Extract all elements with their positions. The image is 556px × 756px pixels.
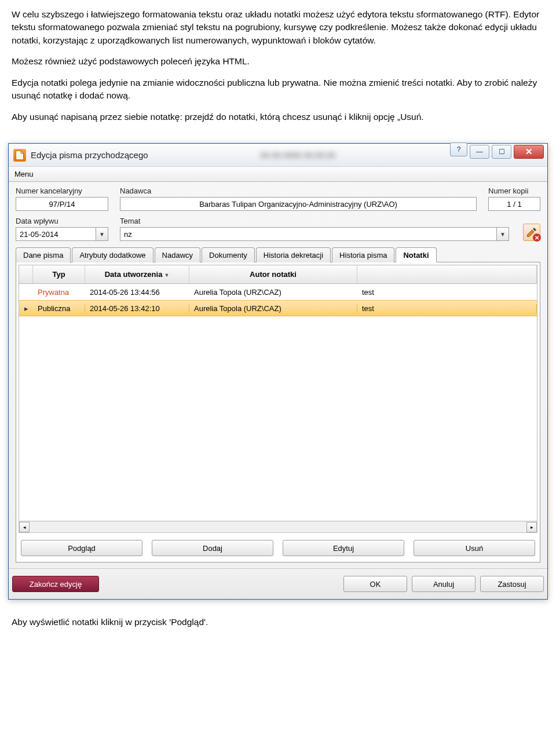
sort-desc-icon: ▼ — [164, 272, 169, 278]
cancel-button[interactable]: Anuluj — [412, 576, 475, 592]
tab-historia-pisma[interactable]: Historia pisma — [332, 247, 394, 262]
input-temat[interactable]: nz — [120, 227, 496, 241]
cell-date: 2014-05-26 13:44:56 — [85, 288, 189, 297]
input-numer-kopii[interactable]: 1 / 1 — [488, 197, 540, 211]
doc-paragraph: Aby usunąć napisaną przez siebie notatkę… — [12, 111, 544, 123]
col-data-utworzenia[interactable]: Data utworzenia▼ — [85, 265, 189, 283]
doc-paragraph: Aby wyświetlić notatki kliknij w przycis… — [12, 617, 544, 627]
label-numer-kancelaryjny: Numer kancelaryjny — [16, 187, 108, 195]
tabs: Dane pisma Atrybuty dodatkowe Nadawcy Do… — [16, 247, 540, 262]
add-button[interactable]: Dodaj — [152, 540, 273, 556]
doc-paragraph: Możesz również użyć podstawowych poleceń… — [12, 55, 544, 68]
table-row[interactable]: Prywatna 2014-05-26 13:44:56 Aurelia Top… — [19, 284, 537, 300]
edit-button[interactable]: Edytuj — [283, 540, 404, 556]
doc-paragraph: Edycja notatki polega jedynie na zmianie… — [12, 76, 544, 103]
notes-grid: Typ Data utworzenia▼ Autor notatki Prywa… — [19, 265, 537, 521]
menubar: Menu — [9, 167, 547, 182]
x-badge-icon: ✕ — [533, 233, 541, 242]
tab-atrybuty-dodatkowe[interactable]: Atrybuty dodatkowe — [72, 247, 153, 262]
scroll-left-button[interactable]: ◂ — [19, 522, 30, 532]
table-row[interactable]: ▸ Publiczna 2014-05-26 13:42:10 Aurelia … — [19, 300, 537, 316]
apply-button[interactable]: Zastosuj — [480, 576, 544, 592]
ok-button[interactable]: OK — [343, 576, 407, 592]
blurred-info: 00-00-0000 00:00:00 — [148, 151, 448, 160]
col-rest[interactable] — [357, 265, 537, 283]
cell-typ: Prywatna — [33, 288, 85, 297]
titlebar: Edycja pisma przychodzącego 00-00-0000 0… — [9, 144, 547, 167]
edit-discard-button[interactable]: ✕ — [523, 224, 540, 241]
tab-panel-notatki: Typ Data utworzenia▼ Autor notatki Prywa… — [16, 262, 540, 563]
app-icon — [13, 149, 26, 162]
doc-paragraph: W celu szybszego i łatwiejszego formatow… — [12, 8, 544, 47]
tab-notatki[interactable]: Notatki — [396, 247, 436, 262]
label-data-wplywu: Data wpływu — [16, 217, 108, 225]
menu-item-menu[interactable]: Menu — [9, 167, 39, 181]
date-dropdown-button[interactable]: ▼ — [96, 227, 108, 241]
label-numer-kopii: Numer kopii — [488, 187, 540, 195]
cell-date: 2014-05-26 13:42:10 — [85, 304, 189, 313]
minimize-button[interactable]: — — [470, 145, 489, 159]
tab-dane-pisma[interactable]: Dane pisma — [16, 247, 71, 262]
help-button[interactable]: ? — [450, 143, 467, 156]
preview-button[interactable]: Podgląd — [21, 540, 142, 556]
label-temat: Temat — [120, 217, 509, 225]
cell-rest: test — [357, 288, 537, 297]
tab-historia-dekretacji[interactable]: Historia dekretacji — [256, 247, 331, 262]
end-edit-button[interactable]: Zakończ edycję — [12, 576, 99, 592]
temat-dropdown-button[interactable]: ▼ — [496, 227, 509, 241]
cell-author: Aurelia Topola (URZ\CAZ) — [189, 304, 357, 313]
input-nadawca[interactable]: Barbaras Tulipan Organizacyjno-Administr… — [120, 197, 477, 211]
window-title: Edycja pisma przychodzącego — [31, 150, 148, 160]
tab-nadawcy[interactable]: Nadawcy — [155, 247, 200, 262]
dialog-footer: Zakończ edycję OK Anuluj Zastosuj — [9, 568, 547, 599]
label-nadawca: Nadawca — [120, 187, 477, 195]
scroll-right-button[interactable]: ▸ — [526, 522, 537, 532]
col-indicator[interactable] — [19, 265, 33, 283]
col-typ[interactable]: Typ — [33, 265, 85, 283]
horizontal-scrollbar[interactable]: ◂ ▸ — [19, 521, 537, 533]
edit-letter-window: Edycja pisma przychodzącego 00-00-0000 0… — [8, 143, 548, 600]
delete-button[interactable]: Usuń — [414, 540, 535, 556]
cell-rest: test — [357, 304, 537, 313]
cell-typ: Publiczna — [33, 304, 85, 313]
tab-dokumenty[interactable]: Dokumenty — [202, 247, 255, 262]
cell-author: Aurelia Topola (URZ\CAZ) — [189, 288, 357, 297]
close-button[interactable]: ✕ — [514, 145, 544, 159]
maximize-button[interactable]: ☐ — [492, 145, 511, 159]
col-autor-notatki[interactable]: Autor notatki — [189, 265, 357, 283]
input-data-wplywu[interactable]: 21-05-2014 — [16, 227, 96, 241]
input-numer-kancelaryjny[interactable]: 97/P/14 — [16, 197, 108, 211]
grid-header: Typ Data utworzenia▼ Autor notatki — [19, 265, 537, 284]
row-indicator-icon: ▸ — [19, 304, 33, 313]
